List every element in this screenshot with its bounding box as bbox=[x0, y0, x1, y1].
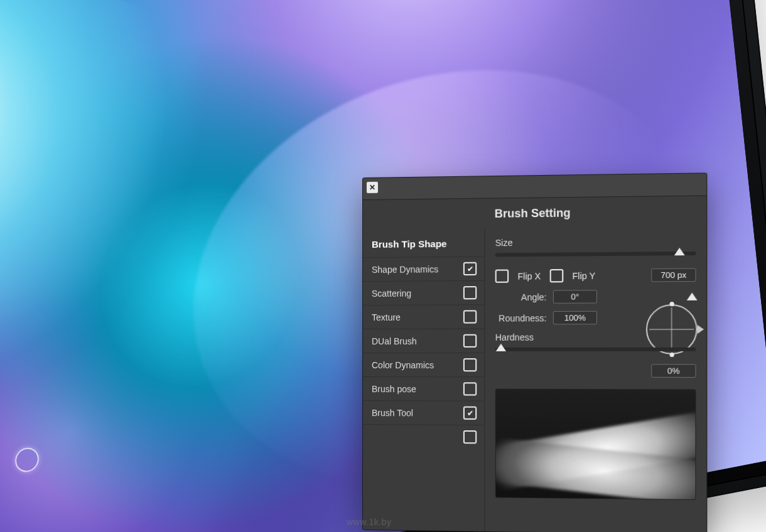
panel-body: Brush Tip Shape Shape Dynamics Scatterin… bbox=[363, 227, 706, 532]
option-checkbox[interactable] bbox=[463, 358, 477, 371]
close-button[interactable]: ✕ bbox=[367, 182, 378, 193]
close-icon: ✕ bbox=[369, 183, 375, 192]
option-label: Texture bbox=[372, 312, 401, 322]
hardness-slider[interactable] bbox=[495, 348, 696, 351]
brush-main-settings: Size Flip X Flip Y 700 px Angle: 0° Roun… bbox=[485, 227, 706, 532]
angle-step-up-icon[interactable] bbox=[687, 292, 698, 300]
option-color-dynamics[interactable]: Color Dynamics bbox=[363, 353, 484, 376]
option-checkbox[interactable] bbox=[463, 286, 477, 299]
angle-dial-arrow-icon bbox=[698, 325, 704, 334]
option-checkbox[interactable] bbox=[463, 334, 477, 348]
option-shape-dynamics[interactable]: Shape Dynamics bbox=[363, 257, 484, 281]
flip-y-checkbox[interactable] bbox=[549, 269, 563, 282]
flip-x-checkbox[interactable] bbox=[495, 269, 509, 282]
option-checkbox[interactable] bbox=[463, 310, 477, 323]
size-slider[interactable] bbox=[495, 252, 696, 257]
option-texture[interactable]: Texture bbox=[363, 304, 484, 329]
hardness-slider-thumb[interactable] bbox=[496, 344, 506, 351]
angle-dial-handle-top[interactable] bbox=[669, 302, 674, 306]
roundness-value-field[interactable]: 100% bbox=[553, 311, 597, 325]
option-checkbox[interactable] bbox=[463, 262, 477, 275]
angle-dial-handle-bottom[interactable] bbox=[669, 353, 674, 357]
size-value-field[interactable]: 700 px bbox=[651, 268, 696, 282]
hardness-value-field[interactable]: 0% bbox=[651, 364, 696, 378]
flip-y-label: Flip Y bbox=[572, 270, 595, 281]
brush-preview bbox=[495, 389, 696, 500]
option-dual-brush[interactable]: DUal Brush bbox=[363, 329, 484, 353]
option-extra[interactable] bbox=[363, 424, 484, 449]
option-checkbox[interactable] bbox=[463, 382, 477, 395]
option-label: Color Dynamics bbox=[372, 360, 434, 370]
option-label: DUal Brush bbox=[372, 336, 417, 346]
option-label: Brush pose bbox=[372, 384, 416, 394]
size-slider-thumb[interactable] bbox=[674, 248, 685, 255]
brush-setting-panel: ✕ Brush Setting Brush Tip Shape Shape Dy… bbox=[362, 173, 707, 532]
scene: ✕ Brush Setting Brush Tip Shape Shape Dy… bbox=[0, 0, 766, 532]
angle-value-field[interactable]: 0° bbox=[553, 290, 597, 304]
panel-titlebar[interactable]: ✕ bbox=[363, 173, 706, 200]
option-brush-pose[interactable]: Brush pose bbox=[363, 376, 484, 401]
option-scattering[interactable]: Scattering bbox=[363, 280, 484, 305]
option-brush-tool[interactable]: Brush Tool bbox=[363, 400, 484, 425]
brush-tip-shape-header[interactable]: Brush Tip Shape bbox=[363, 231, 484, 257]
angle-label: Angle: bbox=[495, 292, 547, 302]
option-label: Brush Tool bbox=[372, 408, 413, 418]
brush-options-sidebar: Brush Tip Shape Shape Dynamics Scatterin… bbox=[363, 229, 485, 532]
option-checkbox[interactable] bbox=[463, 407, 477, 420]
flip-x-label: Flip X bbox=[517, 271, 541, 281]
option-checkbox[interactable] bbox=[463, 430, 477, 444]
option-label: Scattering bbox=[372, 288, 411, 298]
roundness-label: Roundness: bbox=[495, 313, 547, 323]
panel-title: Brush Setting bbox=[363, 196, 706, 230]
option-label: Shape Dynamics bbox=[372, 264, 438, 275]
size-label: Size bbox=[495, 236, 696, 248]
